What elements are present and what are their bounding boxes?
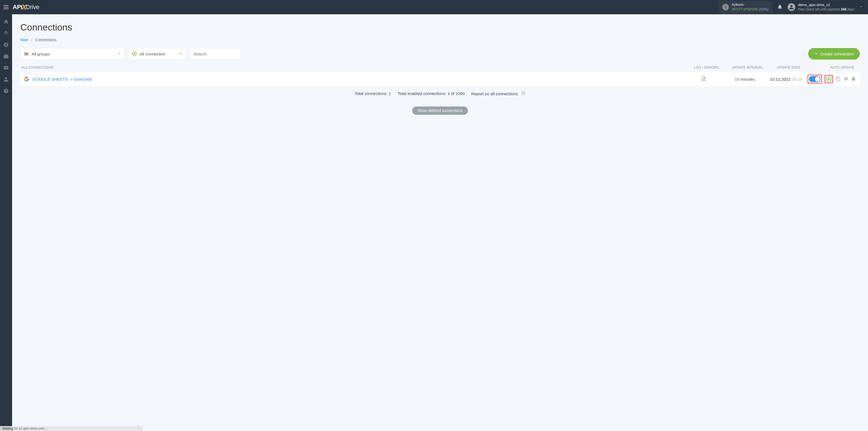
table-header-name: All connections bbox=[22, 66, 686, 69]
table-header-date: Update date bbox=[768, 66, 809, 69]
breadcrumb-separator: / bbox=[31, 38, 32, 42]
show-deleted-button[interactable]: Show deleted connections bbox=[412, 106, 468, 115]
plan-info: Plan |Start| left until payment 344 days bbox=[798, 7, 854, 12]
svg-marker-1 bbox=[134, 53, 135, 55]
plan-days-suffix: days bbox=[846, 7, 854, 11]
breadcrumb-current: Connections bbox=[35, 38, 57, 42]
left-sidebar bbox=[0, 14, 12, 431]
actions-info-box[interactable]: i Actions: 25'177 of 50'000 (50%) bbox=[718, 1, 772, 13]
main-content: Connections Main / Connections All group… bbox=[12, 14, 868, 431]
plus-icon bbox=[814, 52, 818, 56]
auto-update-toggle[interactable] bbox=[809, 76, 820, 82]
logo-text-x: X bbox=[22, 3, 26, 11]
info-icon: i bbox=[722, 4, 729, 10]
page-title: Connections bbox=[20, 22, 860, 33]
play-circle-icon bbox=[132, 51, 137, 56]
notifications-bell-icon[interactable] bbox=[777, 4, 783, 10]
user-avatar-icon bbox=[787, 3, 795, 11]
document-icon[interactable] bbox=[521, 91, 526, 96]
hamburger-menu[interactable] bbox=[3, 4, 9, 10]
breadcrumb-main-link[interactable]: Main bbox=[20, 38, 29, 42]
actions-pct: (50%) bbox=[759, 7, 768, 11]
create-connection-label: Create connection bbox=[820, 52, 854, 56]
sidebar-video-icon[interactable] bbox=[0, 62, 12, 73]
connection-name-link[interactable]: GOOGLE SHEETS -> (corezoid) bbox=[32, 77, 683, 82]
browser-status-bar: Waiting for s2.apix-drive.com... bbox=[0, 426, 143, 431]
table-header-auto: Auto update bbox=[809, 66, 859, 69]
chevron-down-icon bbox=[117, 52, 121, 56]
sidebar-user-icon[interactable] bbox=[0, 73, 12, 85]
highlight-toggle bbox=[808, 75, 822, 84]
connection-date-value: 10.11.2022 bbox=[770, 77, 790, 82]
breadcrumb: Main / Connections bbox=[20, 38, 860, 42]
status-select-label: All connection bbox=[140, 52, 165, 56]
connection-actions bbox=[807, 75, 856, 84]
top-header: API X Drive i Actions: 25'177 of 50'000 … bbox=[0, 0, 868, 14]
status-rest: for s2.apix-drive.com... bbox=[13, 427, 48, 430]
connection-log-button[interactable] bbox=[683, 76, 724, 82]
copy-icon[interactable] bbox=[836, 76, 841, 82]
sidebar-briefcase-icon[interactable] bbox=[0, 51, 12, 62]
actions-of: of bbox=[743, 7, 746, 11]
actions-limit: 50'000 bbox=[747, 7, 758, 11]
sidebar-sitemap-icon[interactable] bbox=[0, 27, 12, 39]
actions-text: Actions: 25'177 of 50'000 (50%) bbox=[732, 2, 768, 12]
search-box[interactable] bbox=[190, 48, 241, 60]
chevron-down-icon bbox=[179, 52, 183, 56]
user-menu[interactable]: demo_apix-drive_s2 Plan |Start| left unt… bbox=[787, 3, 865, 11]
user-info: demo_apix-drive_s2 Plan |Start| left unt… bbox=[798, 3, 854, 11]
summary-report-label: Report on all connections: bbox=[471, 91, 519, 96]
username: demo_apix-drive_s2 bbox=[798, 3, 854, 7]
sidebar-billing-icon[interactable] bbox=[0, 39, 12, 51]
summary-total: Total connections: 1 bbox=[354, 91, 391, 96]
groups-select-label: All groups bbox=[32, 52, 50, 56]
summary-enabled: Total enabled connections: 1 of 1000 bbox=[398, 91, 465, 96]
highlight-play bbox=[825, 75, 833, 83]
summary-report: Report on all connections: bbox=[471, 91, 526, 96]
actions-used: 25'177 bbox=[732, 7, 742, 11]
groups-select[interactable]: All groups bbox=[20, 48, 125, 60]
summary-row: Total connections: 1 Total enabled conne… bbox=[20, 91, 860, 96]
filters-row: All groups All connection bbox=[20, 48, 860, 60]
plan-prefix: Plan |Start| left until payment bbox=[798, 7, 841, 11]
connection-row: GOOGLE SHEETS -> (corezoid) 10 minutes 1… bbox=[20, 72, 860, 86]
create-connection-button[interactable]: Create connection bbox=[808, 48, 860, 60]
logo[interactable]: API X Drive bbox=[12, 3, 39, 11]
status-select[interactable]: All connection bbox=[128, 48, 186, 60]
connection-interval: 10 minutes bbox=[724, 77, 765, 82]
connection-date: 10.11.2022 16:10 bbox=[765, 77, 807, 82]
search-input[interactable] bbox=[193, 52, 237, 56]
sidebar-home-icon[interactable] bbox=[0, 16, 12, 27]
table-header-row: All connections Log / Errors Update inte… bbox=[20, 66, 860, 72]
table-header-interval: Update interval bbox=[727, 66, 768, 69]
google-icon bbox=[24, 76, 29, 82]
document-icon bbox=[701, 76, 706, 81]
logo-text-api: API bbox=[12, 4, 22, 11]
run-button[interactable] bbox=[826, 76, 832, 82]
chevron-down-icon bbox=[859, 5, 863, 9]
table-header-log: Log / Errors bbox=[686, 66, 727, 69]
sidebar-help-icon[interactable] bbox=[0, 85, 12, 97]
folder-icon bbox=[24, 51, 29, 56]
logo-text-drive: Drive bbox=[26, 4, 39, 11]
connection-time-value: 16:10 bbox=[792, 77, 802, 82]
plan-days: 344 bbox=[841, 7, 846, 11]
actions-label: Actions: bbox=[732, 2, 768, 7]
status-waiting: Waiting bbox=[2, 427, 13, 430]
settings-icon[interactable] bbox=[843, 76, 848, 82]
delete-icon[interactable] bbox=[851, 76, 856, 82]
